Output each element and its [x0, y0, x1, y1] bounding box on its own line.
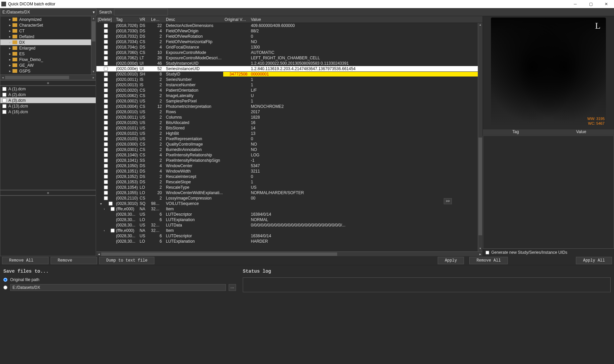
delete-checkbox[interactable] [104, 45, 108, 49]
save-custom-radio[interactable] [3, 285, 7, 290]
tag-value[interactable]: 1 [250, 83, 483, 87]
file-list[interactable]: A (1).dcmA (2).dcmA (3).dcmA (13).dcmA (… [0, 86, 96, 190]
tag-row[interactable]: ▾(0028,3010)SQ98460VOILUTSequence [96, 201, 483, 206]
delete-checkbox[interactable] [104, 29, 108, 33]
tag-row[interactable]: (0028,0004)CS12PhotometricInterpretation… [96, 104, 483, 109]
file-item[interactable]: A (1).dcm [0, 86, 96, 92]
tag-vscroll[interactable]: ▴▾ [478, 23, 483, 251]
tag-row[interactable]: (0018,7032)DS2FieldOfViewRotation0 [96, 34, 483, 39]
delete-checkbox[interactable] [104, 83, 108, 87]
delete-checkbox[interactable] [104, 126, 108, 130]
tag-row[interactable]: (0020,000e)UI52SeriesInstanceUID1.2.840.… [96, 66, 483, 71]
browse-button[interactable]: … [229, 284, 236, 291]
folder-item[interactable]: ▸CharacterSet [0, 22, 96, 28]
tag-row[interactable]: ▾(fffe,e000)NA32804Item [96, 228, 483, 233]
tag-table-body[interactable]: (0018,7026)DS22DetectorActiveDimensions4… [96, 23, 483, 251]
expand-icon[interactable]: ▾ [103, 207, 105, 211]
tag-row[interactable]: (0018,704c)DS4GridFocalDistance1300 [96, 44, 483, 50]
dump-button[interactable]: Dump to text file [99, 257, 154, 264]
tag-row[interactable]: (0028,1055)LO20WindowCenterWidthExplanat… [96, 190, 483, 195]
add-folder-button[interactable]: + [0, 80, 96, 86]
tag-value[interactable]: AUTOMATIC [250, 50, 483, 55]
tag-row[interactable]: (0028,0301)CS2BurnedInAnnotationNO [96, 147, 483, 152]
tag-value[interactable]: 1.2.410.200022.500.20130508093583 0.1133… [250, 61, 483, 66]
save-path-input[interactable] [10, 284, 226, 291]
tag-row[interactable]: (0028,30...US6LUTDescriptor16384/0/14 [96, 212, 483, 217]
tag-row[interactable]: (0028,30...US32768LUTData0/0/0/0/0/0/0/0… [96, 222, 483, 228]
delete-checkbox[interactable] [104, 153, 108, 157]
tag-value[interactable]: 16 [250, 120, 483, 125]
delete-checkbox[interactable] [104, 110, 108, 114]
delete-checkbox[interactable] [104, 67, 108, 71]
delete-checkbox[interactable] [104, 137, 108, 141]
tag-row[interactable]: (0020,0062)CS2ImageLateralityU [96, 93, 483, 98]
override-table-body[interactable] [483, 135, 614, 249]
folder-item[interactable]: ▸DX [0, 39, 96, 45]
tag-value[interactable]: 0 [250, 136, 483, 141]
tag-value[interactable]: HARDER [250, 239, 483, 244]
tag-value[interactable]: LOG [250, 153, 483, 157]
delete-checkbox[interactable] [104, 40, 108, 44]
delete-checkbox[interactable] [109, 202, 113, 206]
delete-checkbox[interactable] [104, 72, 108, 76]
minimize-button[interactable]: ─ [567, 0, 583, 8]
delete-checkbox[interactable] [111, 207, 115, 211]
maximize-button[interactable]: ▢ [583, 0, 598, 8]
tag-row[interactable]: (0028,0300)CS2QualityControlImageNO [96, 142, 483, 147]
folder-item[interactable]: ▸GSPS [0, 68, 96, 74]
delete-checkbox[interactable] [104, 24, 108, 28]
tag-row[interactable]: (0018,7030)DS4FieldOfViewOrigin88/2 [96, 28, 483, 34]
folder-hscroll[interactable]: ◂▸ [0, 74, 96, 80]
tag-row[interactable]: (0028,30...LO6LUTExplanationHARDER [96, 239, 483, 244]
folder-item[interactable]: ▸Deflated [0, 34, 96, 39]
tag-value[interactable]: NO [250, 39, 483, 44]
tag-value[interactable]: 0/0/0/0/0/0/0/0/0/0/0/0/0/0/0/0/0/0/0/0/… [250, 223, 483, 228]
tag-value[interactable]: 1 [250, 77, 483, 82]
tag-row[interactable]: (0028,0100)US2BitsAllocated16 [96, 120, 483, 125]
tag-value[interactable]: 14 [250, 126, 483, 130]
generate-uid-checkbox[interactable]: Generate new Study/Series/Instance UIDs [483, 249, 614, 256]
tag-value[interactable]: NORMAL [250, 217, 483, 222]
tag-value[interactable]: -1 [250, 158, 483, 163]
delete-checkbox[interactable] [104, 51, 108, 55]
queue-list[interactable] [0, 195, 96, 256]
tag-value[interactable]: LEFT_RIGHT_ION_CHAMBER_CELL [250, 56, 483, 60]
expand-right-button[interactable]: >> [444, 198, 452, 204]
file-item[interactable]: A (3).dcm [0, 97, 96, 103]
tag-row[interactable]: (0028,0103)US2PixelRepresentation0 [96, 136, 483, 142]
remove-all-right-button[interactable]: Remove All [469, 257, 508, 264]
folder-item[interactable]: ▸ES [0, 51, 96, 57]
tag-row[interactable]: (0028,0010)US2Rows2017 [96, 109, 483, 115]
tag-row[interactable]: (0018,7062)LT28ExposureControlModeDescri… [96, 55, 483, 61]
col-tag[interactable]: Tag [115, 17, 138, 22]
tag-value[interactable]: 13 [250, 131, 483, 136]
folder-item[interactable]: ▸CT [0, 28, 96, 34]
delete-checkbox[interactable] [104, 180, 108, 184]
tag-row[interactable]: (0020,0010)SH8StudyID3477250800000001 [96, 71, 483, 77]
delete-checkbox[interactable] [104, 94, 108, 98]
tag-row[interactable]: (0028,0101)US2BitsStored14 [96, 125, 483, 131]
delete-checkbox[interactable] [104, 88, 108, 92]
status-log[interactable] [243, 277, 611, 292]
tag-row[interactable]: (0018,7026)DS22DetectorActiveDimensions4… [96, 23, 483, 28]
folder-vscroll[interactable]: ▴▾ [91, 17, 96, 74]
col-value[interactable]: Value [250, 17, 483, 22]
delete-checkbox[interactable] [104, 191, 108, 195]
expand-icon[interactable]: ▾ [98, 202, 103, 206]
tag-value[interactable]: 00000001 [250, 72, 483, 77]
tag-row[interactable]: (0018,7034)CS2FieldOfViewHorizontalFlipN… [96, 39, 483, 44]
tag-value[interactable]: 1300 [250, 45, 483, 50]
tag-row[interactable]: (0028,1054)LO2RescaleTypeUS [96, 185, 483, 190]
tag-row[interactable]: (0028,0102)US2HighBit13 [96, 131, 483, 136]
tag-row[interactable]: (0020,0011)IS2SeriesNumber1 [96, 77, 483, 82]
tag-row[interactable]: (0018,7060)CS10ExposureControlModeAUTOMA… [96, 50, 483, 55]
tag-row[interactable]: (0028,30...US6LUTDescriptor16384/0/14 [96, 233, 483, 239]
delete-checkbox[interactable] [104, 34, 108, 38]
file-item[interactable]: A (16).dcm [0, 109, 96, 115]
folder-item[interactable]: ▸Anonymized [0, 17, 96, 22]
tag-row[interactable]: (0028,1052)DS2RescaleIntercept0 [96, 174, 483, 179]
delete-checkbox[interactable] [111, 229, 115, 233]
delete-checkbox[interactable] [104, 158, 108, 162]
delete-checkbox[interactable] [104, 185, 108, 189]
tag-value[interactable]: 88/2 [250, 29, 483, 33]
